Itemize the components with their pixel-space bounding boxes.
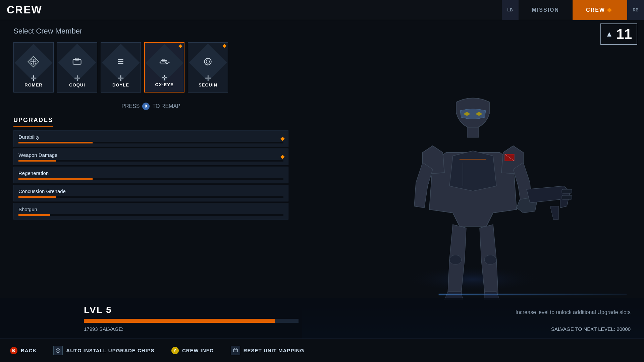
svg-point-29: [484, 255, 496, 264]
nav-lb-button[interactable]: LB: [502, 0, 519, 20]
upgrade-shotgun[interactable]: Shotgun: [13, 203, 288, 220]
remap-hint: PRESS X TO REMAP: [13, 103, 288, 110]
svg-point-21: [464, 112, 470, 116]
upgrade-concussion-grenade[interactable]: Concussion Grenade: [13, 185, 288, 201]
upgrade-shotgun-bar-fill: [18, 214, 50, 216]
upgrade-weapon-damage-bar-bg: [18, 160, 283, 162]
svg-point-20: [406, 263, 540, 290]
upgrade-durability[interactable]: Durability: [13, 130, 288, 147]
crew-card-doyle[interactable]: ✛ DOYLE: [101, 42, 141, 93]
level-row: LVL 5 Increase level to unlock additiona…: [84, 305, 631, 315]
upgrade-concussion-grenade-bar-fill: [18, 196, 56, 198]
nav-rb-button[interactable]: RB: [627, 0, 644, 20]
seguin-name: SEGUIN: [199, 82, 217, 89]
doyle-icon: [114, 55, 127, 71]
right-panel: ▲ 11: [302, 20, 644, 339]
upgrade-durability-bar-fill: [18, 142, 93, 143]
auto-install-icon: [53, 346, 63, 355]
upgrade-durability-bar-bg: [18, 142, 283, 143]
left-panel: Select Crew Member ✛ ROMER: [0, 20, 302, 339]
doyle-plus-icon: ✛: [118, 74, 124, 83]
xp-info-row: 17993 SALVAGE: SALVAGE TO NEXT LEVEL: 20…: [84, 326, 631, 332]
upgrade-shotgun-bar-bg: [18, 214, 283, 216]
b-button-icon: B: [10, 347, 17, 354]
crew-info-label: CREW INFO: [182, 348, 214, 353]
back-label: BACK: [21, 348, 37, 353]
main-content: Select Crew Member ✛ ROMER: [0, 20, 644, 339]
auto-install-action[interactable]: AUTO INSTALL UPGRADE CHIPS: [53, 346, 155, 355]
tab-mission[interactable]: MISSION: [519, 0, 573, 20]
svg-rect-25: [562, 195, 572, 199]
level-xp-section: LVL 5 Increase level to unlock additiona…: [0, 298, 644, 339]
coqui-icon: [70, 55, 84, 71]
upgrade-regeneration-bar-bg: [18, 178, 283, 180]
auto-install-label: AUTO INSTALL UPGRADE CHIPS: [66, 348, 155, 353]
ox-eye-name: OX-EYE: [155, 82, 173, 88]
xp-bar-background: [84, 319, 299, 323]
top-navigation: LB MISSION CREW RB: [502, 0, 644, 20]
floor-line: [439, 294, 627, 295]
svg-point-22: [476, 112, 482, 116]
character-display: [356, 54, 590, 305]
y-button-icon: Y: [171, 347, 179, 354]
level-indicator: ▲ 11: [600, 23, 638, 45]
reset-mapping-label: RESET UNIT MAPPING: [244, 348, 304, 353]
tab-crew[interactable]: CREW: [573, 0, 627, 20]
svg-point-28: [449, 255, 462, 264]
coqui-plus-icon: ✛: [74, 74, 80, 83]
select-crew-label: Select Crew Member: [13, 27, 288, 36]
svg-rect-34: [233, 349, 237, 352]
ox-eye-plus-icon: ✛: [161, 74, 167, 82]
top-bar: CREW LB MISSION CREW RB: [0, 0, 644, 20]
coqui-name: COQUI: [69, 82, 85, 89]
crew-member-list: ✛ ROMER ✛ COQUI: [13, 42, 288, 93]
romer-icon: [27, 55, 40, 71]
crew-level-number: 11: [616, 26, 632, 42]
crew-info-action[interactable]: Y CREW INFO: [171, 347, 214, 354]
crew-card-coqui[interactable]: ✛ COQUI: [57, 42, 97, 93]
xp-current: 17993 SALVAGE:: [84, 326, 123, 332]
romer-name: ROMER: [24, 82, 42, 89]
level-hint: Increase level to unlock additional Upgr…: [516, 309, 631, 315]
xp-next: SALVAGE TO NEXT LEVEL: 20000: [551, 326, 631, 332]
page-title: CREW: [7, 4, 42, 16]
ox-eye-icon: [158, 55, 171, 71]
upgrade-regeneration-bar-fill: [18, 178, 93, 180]
svg-rect-23: [467, 127, 479, 137]
crew-card-romer[interactable]: ✛ ROMER: [13, 42, 54, 93]
upgrade-regeneration[interactable]: Regeneration: [13, 167, 288, 183]
xp-bar-fill: [84, 319, 275, 323]
level-label: LVL 5: [84, 305, 112, 315]
romer-plus-icon: ✛: [31, 74, 37, 83]
x-button-icon: X: [142, 103, 150, 110]
upgrade-weapon-damage[interactable]: Weapon Damage: [13, 148, 288, 165]
back-action[interactable]: B BACK: [10, 347, 37, 354]
upgrade-concussion-grenade-bar-bg: [18, 196, 283, 198]
upgrades-title: UPGRADES: [13, 117, 53, 127]
seguin-diamond-indicator: [222, 44, 226, 48]
svg-point-17: [206, 60, 210, 63]
crew-card-seguin[interactable]: ✛ SEGUIN: [188, 42, 228, 93]
crew-card-ox-eye[interactable]: ✛ OX-EYE: [144, 42, 184, 93]
action-bar: B BACK AUTO INSTALL UPGRADE CHIPS Y CREW…: [0, 339, 644, 362]
seguin-plus-icon: ✛: [205, 74, 211, 83]
doyle-name: DOYLE: [112, 82, 129, 89]
svg-rect-24: [562, 189, 572, 193]
upgrade-weapon-damage-bar-fill: [18, 160, 56, 162]
character-svg: [372, 59, 574, 300]
level-up-icon: ▲: [606, 30, 613, 39]
reset-mapping-icon: [231, 346, 240, 355]
ox-eye-diamond-indicator: [178, 44, 182, 48]
crew-tab-diamond: [607, 8, 612, 12]
reset-mapping-action[interactable]: RESET UNIT MAPPING: [231, 346, 304, 355]
seguin-icon: [201, 55, 215, 71]
